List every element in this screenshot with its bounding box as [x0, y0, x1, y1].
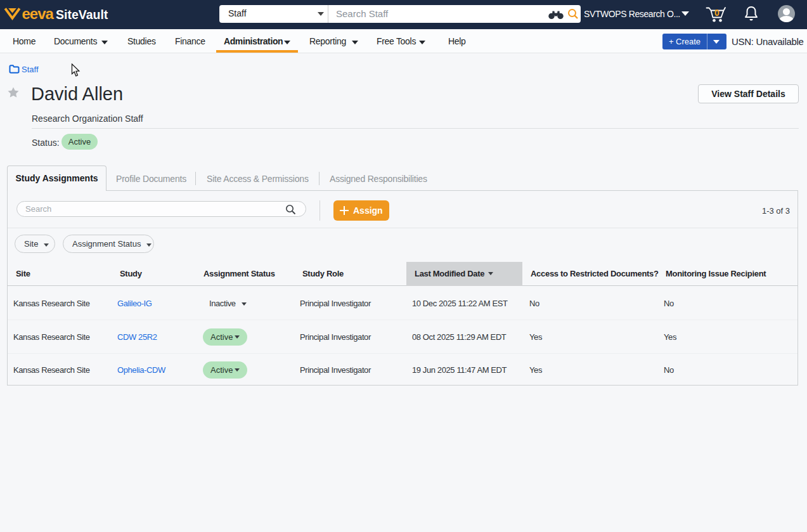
svg-text:eeva: eeva — [22, 5, 55, 22]
svg-text:SiteVault: SiteVault — [56, 8, 108, 22]
